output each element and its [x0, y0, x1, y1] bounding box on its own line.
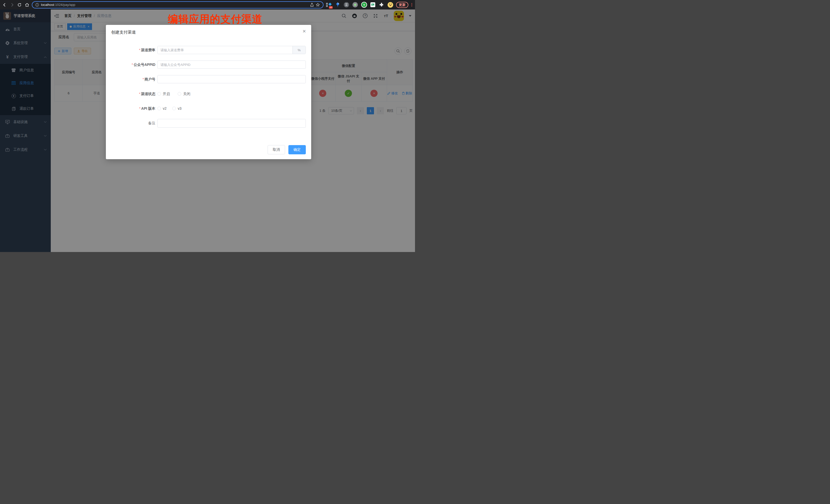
browser-bar: localhost:1024/pay/app 10 Y 更新 [0, 0, 415, 9]
bookmark-star-icon[interactable] [316, 3, 320, 7]
url-text: localhost:1024/pay/app [41, 3, 308, 7]
dialog-form: *渠道费率 % *公众号APPID *商户号 *渠道状态 开启 [106, 46, 311, 133]
share-icon[interactable] [310, 3, 314, 7]
percent-append: % [292, 46, 306, 54]
radio-circle-icon [178, 92, 181, 96]
form-row-api: *API 版本 v2 v3 [106, 104, 311, 113]
rate-input[interactable] [158, 46, 292, 54]
browser-menu-icon[interactable] [411, 3, 413, 6]
appid-input[interactable] [157, 61, 306, 69]
form-row-appid: *公众号APPID [106, 61, 311, 69]
browser-update-button[interactable]: 更新 [396, 2, 408, 8]
profile-avatar-icon[interactable] [388, 2, 393, 8]
browser-back-icon[interactable] [2, 2, 7, 7]
extensions-puzzle-icon[interactable] [379, 2, 384, 8]
dialog-title: 创建支付渠道 [111, 30, 136, 35]
confirm-button[interactable]: 确定 [288, 145, 306, 154]
browser-refresh-icon[interactable] [17, 2, 22, 7]
browser-home-icon[interactable] [24, 2, 30, 7]
extension-badge: 10 [329, 6, 333, 9]
form-row-rate: *渠道费率 % [106, 46, 311, 54]
form-row-remark: 备注 [106, 119, 311, 127]
cancel-button[interactable]: 取消 [267, 145, 285, 154]
radio-circle-icon [172, 107, 176, 110]
status-open-radio[interactable]: 开启 [157, 90, 170, 98]
extension-y-icon[interactable]: Y [361, 2, 367, 8]
page: localhost:1024/pay/app 10 Y 更新 [0, 0, 415, 252]
status-close-radio[interactable]: 关闭 [178, 90, 190, 98]
remark-input[interactable] [157, 119, 306, 128]
browser-forward-icon[interactable] [9, 2, 14, 7]
annotation-text: 编辑应用的支付渠道 [168, 12, 262, 26]
radio-circle-icon [157, 107, 161, 110]
api-v2-radio[interactable]: v2 [157, 104, 167, 113]
browser-extensions: 10 Y [326, 2, 394, 8]
extension-command-icon[interactable] [344, 2, 349, 7]
extension-kite-icon[interactable] [335, 2, 341, 8]
address-bar[interactable]: localhost:1024/pay/app [32, 1, 323, 8]
merchant-id-input[interactable] [157, 75, 306, 83]
api-v3-radio[interactable]: v3 [172, 104, 182, 113]
form-row-mchid: *商户号 [106, 75, 311, 83]
form-row-status: *渠道状态 开启 关闭 [106, 90, 311, 98]
site-info-icon[interactable] [35, 3, 39, 7]
dialog-footer: 取消 确定 [267, 145, 306, 154]
close-icon[interactable]: ✕ [302, 29, 306, 34]
radio-circle-icon [157, 92, 161, 96]
create-channel-dialog: 创建支付渠道 ✕ *渠道费率 % *公众号APPID *商户号 [106, 25, 311, 159]
extension-chat-icon[interactable] [371, 2, 375, 7]
extension-dot-icon[interactable] [352, 2, 358, 7]
extension-tabs-icon[interactable]: 10 [326, 2, 331, 8]
